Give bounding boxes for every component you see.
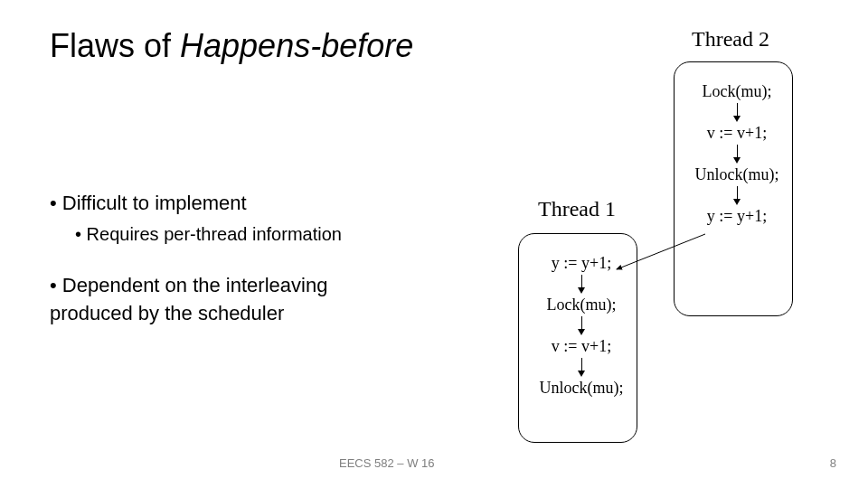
- arrow-down-icon: [683, 101, 791, 123]
- thread2-step4: y := y+1;: [683, 206, 791, 226]
- arrow-down-icon: [683, 184, 791, 206]
- thread2-steps: Lock(mu); v := v+1; Unlock(mu); y := y+1…: [683, 81, 791, 226]
- thread1-step2: Lock(mu);: [527, 295, 636, 314]
- thread2-step3: Unlock(mu);: [683, 164, 791, 184]
- thread1-label: Thread 1: [538, 197, 616, 221]
- thread1-step4: Unlock(mu);: [527, 378, 636, 398]
- bullet-1: Difficult to implement: [50, 190, 520, 218]
- bullet-list: Difficult to implement Requires per-thre…: [50, 190, 520, 327]
- bullet-1-sub: Requires per-thread information: [75, 221, 520, 247]
- slide-title: Flaws of Happens-before: [50, 27, 413, 65]
- footer-course: EECS 582 – W 16: [339, 456, 435, 470]
- arrow-down-icon: [683, 143, 791, 164]
- title-plain: Flaws of: [50, 27, 180, 64]
- thread1-steps: y := y+1; Lock(mu); v := v+1; Unlock(mu)…: [527, 253, 636, 398]
- slide: Flaws of Happens-before Difficult to imp…: [0, 0, 868, 488]
- thread2-step1: Lock(mu);: [683, 81, 791, 101]
- arrow-down-icon: [527, 314, 636, 336]
- thread2-step2: v := v+1;: [683, 123, 791, 143]
- title-italic: Happens-before: [180, 27, 413, 64]
- arrow-down-icon: [527, 273, 636, 295]
- bullet-2-line2: produced by the scheduler: [50, 300, 520, 328]
- arrow-down-icon: [527, 356, 636, 378]
- thread1-step1: y := y+1;: [527, 253, 636, 273]
- thread1-step3: v := v+1;: [527, 336, 636, 356]
- footer-page-number: 8: [830, 456, 836, 470]
- bullet-2-line1: Dependent on the interleaving: [50, 272, 520, 300]
- thread2-label: Thread 2: [692, 27, 769, 52]
